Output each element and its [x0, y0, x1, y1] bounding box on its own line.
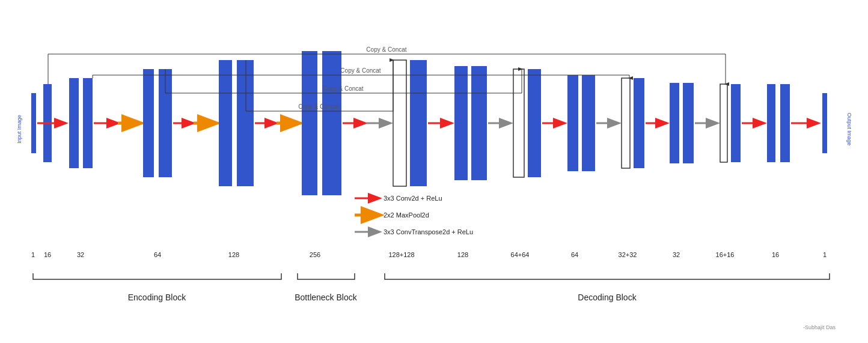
svg-text:Encoding Block: Encoding Block — [128, 293, 187, 302]
block-ch16-dec-c — [780, 84, 790, 162]
block-ch64-dec-b — [567, 75, 578, 171]
block-skip16 — [720, 84, 727, 162]
svg-text:Copy & Concat: Copy & Concat — [323, 85, 363, 92]
block-ch128a — [219, 60, 232, 186]
svg-text:1: 1 — [31, 251, 35, 258]
svg-text:Output Image: Output Image — [846, 113, 852, 146]
svg-text:Copy & Concat: Copy & Concat — [298, 103, 338, 110]
svg-text:Decoding Block: Decoding Block — [578, 293, 637, 302]
block-ch16-dec-a — [731, 84, 741, 162]
block-ch16-dec-b — [767, 84, 775, 162]
block-skip64 — [513, 69, 524, 177]
block-ch64a — [143, 69, 154, 177]
svg-text:128: 128 — [228, 251, 239, 258]
svg-text:3x3 ConvTranspose2d + ReLu: 3x3 ConvTranspose2d + ReLu — [384, 228, 473, 235]
block-ch128-dec-c — [471, 66, 487, 180]
svg-text:16: 16 — [772, 251, 779, 258]
svg-text:64: 64 — [571, 251, 578, 258]
svg-text:-Subhajit Das: -Subhajit Das — [803, 324, 836, 330]
block-ch128b — [237, 60, 254, 186]
svg-text:32: 32 — [77, 251, 84, 258]
svg-text:Copy & Concat: Copy & Concat — [340, 67, 381, 74]
block-ch32-dec-a — [634, 78, 644, 168]
svg-text:32: 32 — [673, 251, 680, 258]
block-ch32-dec-b — [670, 83, 679, 163]
svg-text:1: 1 — [823, 251, 827, 258]
block-ch64-dec-a — [528, 69, 541, 177]
svg-text:64: 64 — [154, 251, 161, 258]
block-skip32 — [622, 78, 630, 168]
block-ch256b — [322, 51, 341, 195]
svg-text:256: 256 — [310, 251, 320, 258]
svg-text:3x3 Conv2d + ReLu: 3x3 Conv2d + ReLu — [384, 195, 442, 202]
block-ch256a — [302, 51, 317, 195]
block-ch32b — [83, 78, 93, 168]
block-ch32a — [69, 78, 79, 168]
block-ch32-dec-c — [683, 83, 694, 163]
svg-text:128+128: 128+128 — [388, 251, 414, 258]
svg-text:Bottleneck Block: Bottleneck Block — [295, 293, 357, 302]
svg-text:Copy & Concat: Copy & Concat — [366, 46, 406, 53]
svg-text:64+64: 64+64 — [511, 251, 530, 258]
block-input-1 — [31, 93, 36, 153]
block-ch128-dec-b — [454, 66, 468, 180]
svg-text:Input Image: Input Image — [16, 115, 22, 144]
diagram: Copy & Concat Copy & Concat Copy & Conca… — [0, 0, 868, 343]
svg-text:16+16: 16+16 — [716, 251, 735, 258]
svg-text:128: 128 — [457, 251, 468, 258]
block-skip128 — [393, 60, 406, 186]
svg-text:2x2 MaxPool2d: 2x2 MaxPool2d — [384, 211, 429, 219]
svg-text:16: 16 — [44, 251, 51, 258]
svg-text:32+32: 32+32 — [619, 251, 637, 258]
block-output-1 — [822, 93, 827, 153]
block-ch128-dec-a — [410, 60, 427, 186]
block-ch64-dec-c — [582, 75, 595, 171]
